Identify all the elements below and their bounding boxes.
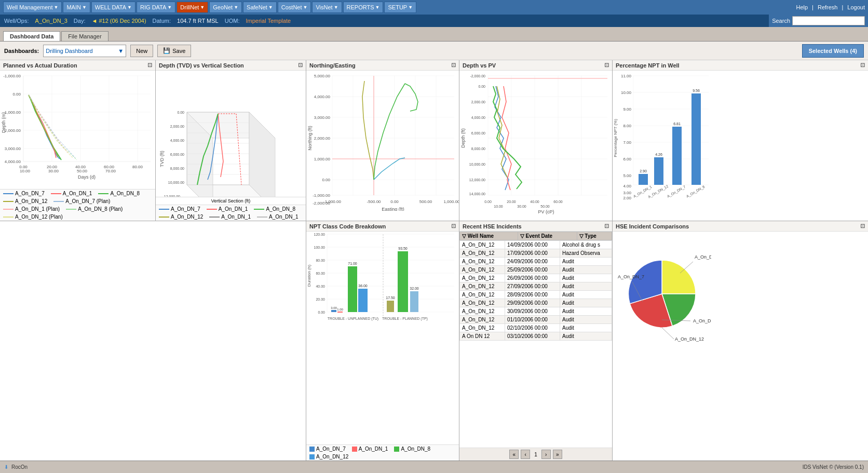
svg-text:0.00: 0.00 — [390, 199, 399, 204]
svg-text:10.00: 10.00 — [494, 205, 503, 208]
prev-page-button[interactable]: ‹ — [521, 450, 530, 459]
svg-text:4.26: 4.26 — [655, 153, 662, 156]
day-value: ◄ #12 (06 Dec 2004) — [91, 18, 146, 24]
table-row[interactable]: A_On_DN_12 29/09/2006 00:00 Audit — [460, 299, 612, 307]
help-link[interactable]: Help — [796, 4, 808, 10]
filter-date-icon[interactable]: ▽ — [520, 233, 524, 239]
selected-wells-button[interactable]: Selected Wells (4) — [802, 44, 864, 58]
northing-easting-title: Northing/Easting ⊡ — [306, 60, 459, 71]
well-cell: A_On_DN_12 — [460, 282, 505, 291]
table-row[interactable]: A_On_DN_12 24/09/2006 00:00 Audit — [460, 258, 612, 266]
table-row[interactable]: A_On_DN_12 25/09/2006 00:00 Audit — [460, 266, 612, 274]
nav-safenet[interactable]: SafeNet ▼ — [243, 2, 277, 13]
top-navigation: Well Management ▼ MAIN ▼ WELL DATA ▼ RIG… — [0, 0, 868, 15]
tvd-vs-chart: 0.00 2,000.00 4,000.00 6,000.00 8,000.00… — [156, 71, 306, 197]
tab-dashboard-data[interactable]: Dashboard Data — [3, 31, 60, 41]
svg-text:60.00: 60.00 — [316, 272, 325, 275]
table-row[interactable]: A_On_DN_12 14/09/2006 00:00 Alcohol & dr… — [460, 241, 612, 249]
date-cell: 24/09/2006 00:00 — [505, 258, 560, 266]
date-cell: 02/10/2006 00:00 — [505, 324, 560, 332]
nav-drillnet[interactable]: DrillNet ▼ — [177, 2, 208, 13]
table-row[interactable]: A_On_DN_12 30/09/2006 00:00 Audit — [460, 307, 612, 316]
svg-text:1.00: 1.00 — [337, 308, 343, 311]
logout-link[interactable]: Logout — [847, 4, 865, 10]
nav-well-management[interactable]: Well Management ▼ — [3, 2, 62, 13]
svg-rect-168 — [358, 289, 368, 312]
svg-text:5.00: 5.00 — [623, 173, 631, 178]
pct-npt-title: Percentage NPT in Well ⊡ — [613, 60, 868, 71]
nav-well-data[interactable]: WELL DATA ▼ — [91, 2, 135, 13]
filter-type-icon[interactable]: ▽ — [579, 233, 584, 239]
pct-npt-chart: 11.00 10.00 9.00 8.00 7.00 6.00 5.00 4.0… — [613, 71, 868, 221]
nav-main[interactable]: MAIN ▼ — [63, 2, 90, 13]
svg-rect-134 — [639, 174, 648, 185]
hse-options-icon[interactable]: ⊡ — [604, 223, 609, 229]
nav-menu: Well Management ▼ MAIN ▼ WELL DATA ▼ RIG… — [3, 2, 416, 13]
svg-text:30.00: 30.00 — [48, 169, 59, 173]
svg-text:50.00: 50.00 — [77, 169, 88, 173]
tvd-options-icon[interactable]: ⊡ — [298, 62, 303, 69]
table-row[interactable]: A_On_DN_12 17/09/2006 00:00 Hazard Obser… — [460, 249, 612, 258]
depth-vs-pv-panel: Depth vs PV ⊡ — [459, 60, 613, 221]
download-icon: ⬇ — [4, 464, 8, 470]
hse-incidents-scroll[interactable]: A_On_DN_12 14/09/2006 00:00 Alcohol & dr… — [459, 240, 612, 448]
hse-comparisons-panel: HSE Incident Comparisons ⊡ — [613, 221, 868, 461]
depth-vs-pv-chart: -2,000.00 0.00 2,000.00 4,000.00 6,000.0… — [459, 71, 612, 221]
table-row[interactable]: A On DN 12 03/10/2006 00:00 Audit — [460, 332, 612, 341]
well-cell: A_On_DN_12 — [460, 274, 505, 282]
nav-geonet[interactable]: GeoNet ▼ — [209, 2, 242, 13]
svg-text:93.50: 93.50 — [398, 247, 408, 250]
npt-class-options-icon[interactable]: ⊡ — [451, 223, 456, 229]
next-page-button[interactable]: › — [541, 450, 551, 459]
save-button[interactable]: 💾 Save — [157, 45, 191, 57]
svg-text:3.00: 3.00 — [623, 191, 631, 195]
nav-rig-data[interactable]: RIG DATA ▼ — [137, 2, 175, 13]
svg-text:80.00: 80.00 — [316, 259, 325, 262]
northing-easting-chart: 5,000.00 4,000.00 3,000.00 2,000.00 1,00… — [306, 71, 459, 221]
svg-text:2,000.00: 2,000.00 — [5, 128, 21, 133]
nav-visnet[interactable]: VisNet ▼ — [312, 2, 342, 13]
pv-options-icon[interactable]: ⊡ — [604, 62, 609, 69]
svg-text:2,000.00: 2,000.00 — [471, 100, 485, 104]
ne-options-icon[interactable]: ⊡ — [451, 62, 456, 69]
well-cell: A_On_DN_12 — [460, 258, 505, 266]
table-row[interactable]: A_On_DN_12 02/10/2006 00:00 Audit — [460, 324, 612, 332]
type-cell: Audit — [560, 332, 612, 341]
new-button[interactable]: New — [130, 45, 153, 57]
search-input[interactable] — [792, 16, 865, 25]
first-page-button[interactable]: « — [509, 450, 519, 459]
svg-text:100.00: 100.00 — [314, 246, 326, 249]
svg-text:12,000.00: 12,000.00 — [469, 178, 485, 182]
svg-text:36.00: 36.00 — [358, 284, 368, 288]
npt-options-icon[interactable]: ⊡ — [860, 62, 865, 69]
nav-reports[interactable]: REPORTS ▼ — [343, 2, 384, 13]
table-row[interactable]: A_On_DN_12 01/10/2006 00:00 Audit — [460, 316, 612, 324]
dashboard-selector[interactable]: Drilling Dashboard ▼ — [43, 45, 126, 57]
filter-icon[interactable]: ▽ — [462, 233, 466, 239]
svg-text:9.00: 9.00 — [623, 107, 631, 112]
nav-setup[interactable]: SETUP ▼ — [384, 2, 416, 13]
dropdown-arrow-icon[interactable]: ▼ — [118, 48, 124, 54]
tab-file-manager[interactable]: File Manager — [61, 31, 108, 41]
svg-rect-140 — [672, 127, 682, 185]
table-row[interactable]: A_On_DN_12 27/09/2006 00:00 Audit — [460, 282, 612, 291]
svg-text:5,000.00: 5,000.00 — [314, 74, 331, 78]
svg-text:10.00: 10.00 — [20, 169, 31, 173]
hse-incidents-data: A_On_DN_12 14/09/2006 00:00 Alcohol & dr… — [459, 240, 612, 341]
table-row[interactable]: A_On_DN_12 26/09/2006 00:00 Audit — [460, 274, 612, 282]
nav-costnet[interactable]: CostNet ▼ — [278, 2, 311, 13]
tvd-vs-legend: A_On_DN_7 A_On_DN_1 A_On_DN_8 A_On_DN_12… — [156, 205, 306, 221]
svg-text:-500.00: -500.00 — [367, 199, 381, 204]
last-page-button[interactable]: » — [553, 450, 562, 459]
svg-text:0.00: 0.00 — [177, 111, 184, 114]
svg-text:1,000.00: 1,000.00 — [314, 157, 331, 161]
hse-comp-options-icon[interactable]: ⊡ — [860, 223, 865, 229]
table-row[interactable]: A_On_DN_12 28/09/2006 00:00 Audit — [460, 291, 612, 299]
svg-text:4,000.00: 4,000.00 — [471, 116, 485, 119]
charts-bottom-row: NPT Class Code Breakdown ⊡ — [0, 221, 868, 461]
uom-value: Imperial Template — [246, 18, 291, 24]
npt-class-code-title: NPT Class Code Breakdown ⊡ — [306, 221, 459, 232]
date-cell: 01/10/2006 00:00 — [505, 316, 560, 324]
refresh-link[interactable]: Refresh — [818, 4, 838, 10]
chart-options-icon[interactable]: ⊡ — [147, 62, 152, 69]
